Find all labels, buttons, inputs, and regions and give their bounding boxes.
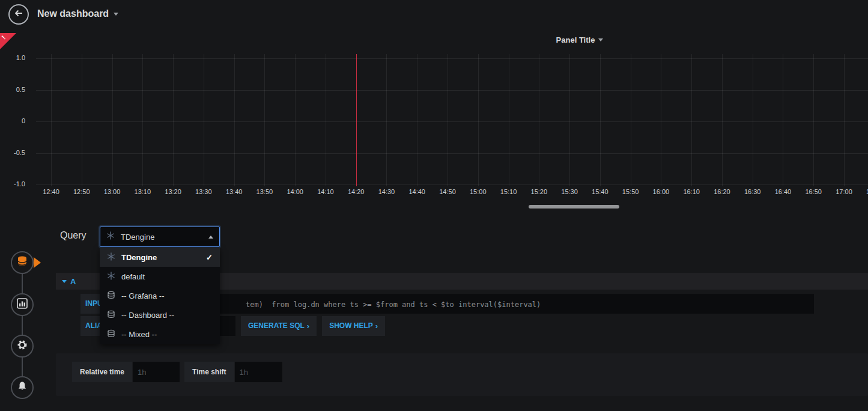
dropdown-option-mixed[interactable]: -- Mixed -- [100,324,220,344]
bell-icon [17,381,28,394]
tab-visualization[interactable] [11,293,34,316]
database-icon [16,255,28,270]
show-help-label: SHOW HELP [329,316,373,336]
x-tick-label: 16:10 [676,188,706,195]
gridline-vertical [722,54,723,186]
gridline-vertical [173,54,174,186]
gridline-vertical [112,54,113,186]
y-tick-label: 0 [0,117,25,124]
x-tick-label: 12:50 [67,188,97,195]
x-tick-label: 13:50 [249,188,279,195]
x-tick-label: 15:10 [494,188,524,195]
datasource-picker[interactable]: TDengine [100,227,220,247]
time-shift-input[interactable] [235,362,282,382]
dropdown-option-grafana[interactable]: -- Grafana -- [100,286,220,305]
tab-queries[interactable] [11,251,34,274]
x-tick-label: 13:30 [189,188,219,195]
dashboard-title[interactable]: New dashboard [37,8,118,19]
gridline-vertical [844,54,845,186]
caret-right-icon: › [307,316,309,336]
x-tick-label: 14:10 [311,188,341,195]
gridline-vertical [600,54,601,186]
x-tick-label: 13:20 [158,188,188,195]
chevron-down-icon [598,38,603,41]
tab-general[interactable] [11,335,34,358]
gridline-vertical [264,54,265,186]
y-tick-label: 1.0 [0,54,25,61]
x-tick-label: 14:40 [402,188,432,195]
x-axis-labels: 12:4012:5013:0013:1013:2013:3013:4013:50… [36,188,868,198]
gridline-vertical [631,54,631,186]
panel-title-menu[interactable]: Panel Title [544,35,616,44]
show-help-button[interactable]: SHOW HELP › [322,316,385,336]
x-tick-label: 17:00 [829,188,859,195]
x-tick-label: 12:40 [36,188,66,195]
page-root: New dashboard ! Panel Title 1.00.50-0.5-… [0,0,868,411]
gridline-horizontal [36,184,868,185]
gridline-vertical [448,54,448,186]
gridline-vertical [142,54,143,186]
y-axis-labels: 1.00.50-0.5-1.0 [0,54,25,186]
x-tick-label: 15:40 [585,188,615,195]
x-tick-label: 13:40 [219,188,249,195]
y-tick-label: 0.5 [0,86,25,93]
tdengine-icon [106,231,115,242]
time-options-panel: Relative time Time shift [56,353,868,396]
y-tick-label: -0.5 [0,149,25,156]
bar-chart-icon [17,298,28,311]
active-tab-arrow-icon [34,257,41,268]
datasource-picker-value: TDengine [121,233,202,242]
back-button[interactable] [8,4,29,25]
gridline-vertical [753,54,753,186]
database-icon [107,329,115,339]
x-tick-label: 13:00 [97,188,127,195]
horizontal-scrollbar[interactable] [529,205,619,209]
tab-alert[interactable] [11,376,34,399]
dropdown-option-dashboard[interactable]: -- Dashboard -- [100,305,220,324]
x-tick-label: 15:50 [616,188,646,195]
sql-input-field[interactable]: tem) from log.dn where ts >= $from and t… [129,294,814,314]
option-label: -- Dashboard -- [121,311,174,320]
gridline-horizontal [36,90,868,91]
annotation-vline [356,54,357,186]
gridline-vertical [691,54,692,186]
gridline-horizontal [36,121,868,122]
generate-sql-label: GENERATE SQL [248,316,305,336]
x-tick-label: 16:20 [707,188,737,195]
dropdown-option-tdengine[interactable]: TDengine ✓ [100,248,220,267]
gridline-horizontal [36,153,868,154]
y-tick-label: -1.0 [0,180,25,187]
x-tick-label: 15:30 [554,188,584,195]
panel-title-text: Panel Title [556,35,595,44]
x-tick-label: 14:30 [371,188,401,195]
chevron-down-icon [114,13,118,16]
gridline-vertical [82,54,82,186]
x-tick-label: 14:20 [341,188,371,195]
relative-time-input[interactable] [133,362,180,382]
gridline-vertical [783,54,783,186]
gridline-vertical [478,54,479,186]
gridline-vertical [234,54,235,186]
option-label: -- Mixed -- [121,330,157,339]
dropdown-option-default[interactable]: default [100,267,220,286]
x-tick-label: 13:10 [127,188,157,195]
database-icon [107,310,115,320]
x-tick-label: 15:20 [524,188,554,195]
query-section-label: Query [60,230,86,241]
gridline-vertical [386,54,387,186]
gridline-vertical [326,54,326,186]
gridline-vertical [295,54,296,186]
option-label: TDengine [121,253,157,262]
check-icon: ✓ [206,253,213,262]
x-tick-label: 16:30 [738,188,768,195]
datasource-dropdown-menu: TDengine ✓ default -- Grafana -- -- Dash… [100,248,220,344]
arrow-left-icon [13,8,24,20]
gridline-vertical [204,54,204,186]
generate-sql-button[interactable]: GENERATE SQL › [241,316,317,336]
x-tick-label: 16:00 [646,188,676,195]
graph-panel: ! Panel Title 1.00.50-0.5-1.0 12:4012:50… [0,33,868,209]
gridline-vertical [813,54,814,186]
collapse-caret-icon [62,280,67,283]
relative-time-label: Relative time [72,362,132,382]
x-tick-label: 16:40 [768,188,798,195]
